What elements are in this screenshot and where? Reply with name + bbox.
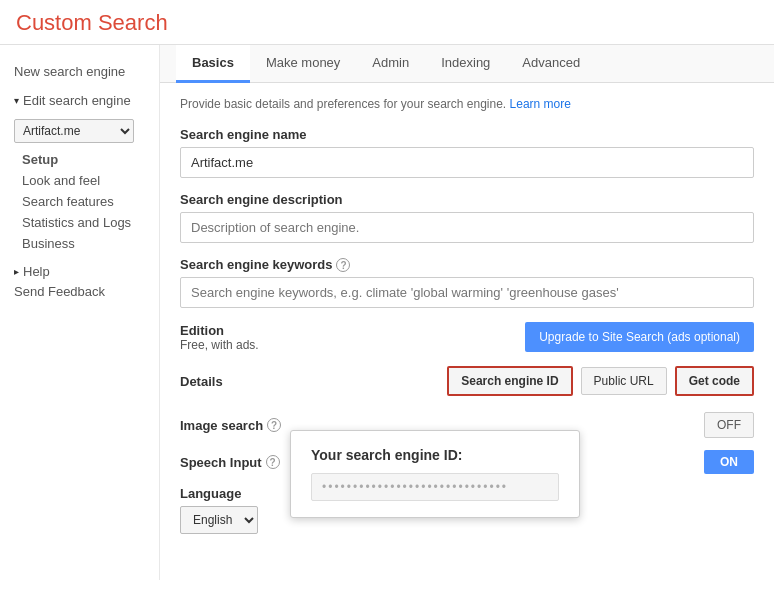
tab-advanced[interactable]: Advanced — [506, 45, 596, 83]
language-select[interactable]: English — [180, 506, 258, 534]
image-search-label: Image search — [180, 418, 263, 433]
speech-input-label: Speech Input — [180, 455, 262, 470]
edit-engine-arrow: ▾ — [14, 95, 19, 106]
edition-row: Edition Free, with ads. Upgrade to Site … — [180, 322, 754, 352]
sidebar: New search engine ▾ Edit search engine A… — [0, 45, 160, 580]
speech-input-toggle[interactable]: ON — [704, 450, 754, 474]
engine-keywords-group: Search engine keywords ? — [180, 257, 754, 308]
speech-input-help-icon[interactable]: ? — [266, 455, 280, 469]
engine-desc-label: Search engine description — [180, 192, 754, 207]
image-search-toggle[interactable]: OFF — [704, 412, 754, 438]
tooltip-id-value: •••••••••••••••••••••••••••••• — [311, 473, 559, 501]
edition-value: Free, with ads. — [180, 338, 259, 352]
get-code-button[interactable]: Get code — [675, 366, 754, 396]
engine-name-label: Search engine name — [180, 127, 754, 142]
engine-select[interactable]: Artifact.me — [14, 119, 134, 143]
engine-desc-input[interactable] — [180, 212, 754, 243]
help-section: ▸ Help Send Feedback — [14, 264, 159, 304]
engine-selector-dropdown[interactable]: Artifact.me — [14, 119, 159, 143]
search-engine-id-button[interactable]: Search engine ID — [447, 366, 572, 396]
search-engine-id-tooltip: Your search engine ID: •••••••••••••••••… — [290, 430, 580, 518]
tab-basics[interactable]: Basics — [176, 45, 250, 83]
sidebar-item-search-features[interactable]: Search features — [22, 191, 159, 212]
learn-more-link[interactable]: Learn more — [510, 97, 571, 111]
edition-label: Edition — [180, 323, 259, 338]
engine-desc-group: Search engine description — [180, 192, 754, 243]
upgrade-button[interactable]: Upgrade to Site Search (ads optional) — [525, 322, 754, 352]
image-search-help-icon[interactable]: ? — [267, 418, 281, 432]
help-arrow: ▸ — [14, 266, 19, 277]
sidebar-item-new-engine[interactable]: New search engine — [14, 59, 159, 84]
details-row: Details Search engine ID Public URL Get … — [180, 366, 754, 396]
page-header: Custom Search — [0, 0, 774, 45]
sidebar-item-look-and-feel[interactable]: Look and feel — [22, 170, 159, 191]
public-url-button[interactable]: Public URL — [581, 367, 667, 395]
sidebar-item-business[interactable]: Business — [22, 233, 159, 254]
engine-keywords-input[interactable] — [180, 277, 754, 308]
sidebar-item-help[interactable]: Help — [23, 264, 50, 279]
sidebar-edit-engine-label: Edit search engine — [23, 88, 131, 113]
engine-name-group: Search engine name — [180, 127, 754, 178]
content-description: Provide basic details and preferences fo… — [180, 97, 754, 111]
page-title: Custom Search — [16, 10, 758, 36]
keywords-help-icon[interactable]: ? — [336, 258, 350, 272]
details-label: Details — [180, 374, 223, 389]
sidebar-item-setup[interactable]: Setup — [22, 149, 159, 170]
tab-make-money[interactable]: Make money — [250, 45, 356, 83]
engine-name-input[interactable] — [180, 147, 754, 178]
tab-bar: Basics Make money Admin Indexing Advance… — [160, 45, 774, 83]
engine-keywords-label: Search engine keywords — [180, 257, 332, 272]
sidebar-item-statistics[interactable]: Statistics and Logs — [22, 212, 159, 233]
tooltip-title: Your search engine ID: — [311, 447, 559, 463]
sidebar-item-feedback[interactable]: Send Feedback — [14, 279, 159, 304]
tab-indexing[interactable]: Indexing — [425, 45, 506, 83]
sidebar-submenu: Setup Look and feel Search features Stat… — [14, 149, 159, 254]
tab-admin[interactable]: Admin — [356, 45, 425, 83]
